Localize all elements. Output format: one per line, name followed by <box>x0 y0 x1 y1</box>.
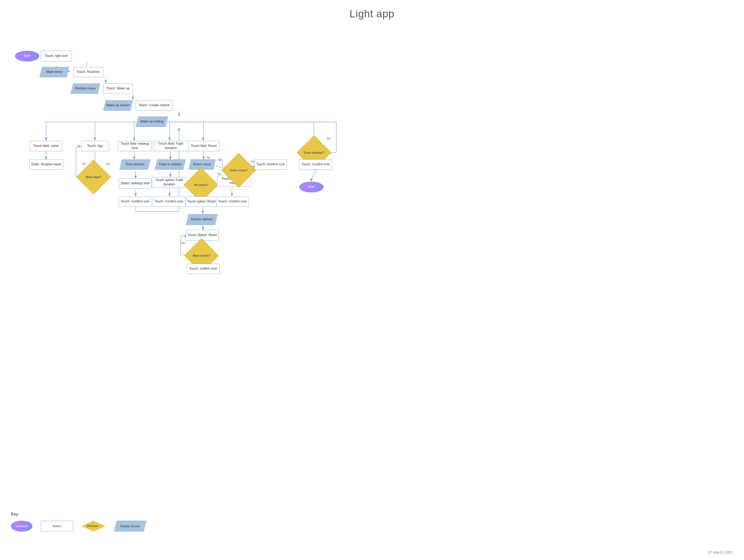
end-label: End <box>308 185 314 189</box>
all-rooms-label: All rooms? <box>193 182 209 188</box>
start-node: Start <box>15 51 39 62</box>
done-settings-label: Done settings? <box>303 150 325 156</box>
svg-text:Yes: Yes <box>181 241 185 244</box>
room-menu-label: Room menu <box>193 162 211 167</box>
touch-routines-node: Touch: Routines <box>73 67 103 77</box>
touch-day-label: Touch: day <box>87 144 103 148</box>
key-action: Action <box>41 521 73 531</box>
touch-confirm-all-rooms-node: Touch: Confirm icon <box>216 197 249 207</box>
touch-field-name-node: Touch field: name <box>30 141 62 151</box>
time-selector-label: Time selector <box>125 162 145 167</box>
touch-light-icon-label: Touch: light icon <box>44 54 68 58</box>
touch-confirm-room-node: Touch: confirm icon <box>187 264 220 274</box>
touch-confirm-time-label: Touch: Confirm icon <box>121 200 149 204</box>
touch-create-routine-node: Touch: Create routine <box>136 100 172 111</box>
touch-confirm-settings-node: Touch: Confirm icon <box>299 159 332 170</box>
wake-up-setting-label: Wake up setting <box>140 120 163 124</box>
touch-field-fade-node: Touch field: Fade duration <box>153 141 188 151</box>
touch-option-room-label: Touch Option: Room <box>187 233 217 237</box>
key-decision-wrapper: Decision <box>81 519 106 533</box>
touch-confirm-room-label: Touch: confirm icon <box>189 267 217 271</box>
routine-menu-node: Routine menu <box>71 83 100 94</box>
touch-field-room-node: Touch field: Room <box>188 141 219 151</box>
end-node: End <box>299 182 324 193</box>
key-display-screen-label: Display Screen <box>120 524 140 528</box>
touch-routines-label: Touch: Routines <box>76 70 100 74</box>
touch-confirm-fade-node: Touch: Confirm icon <box>153 197 185 207</box>
touch-confirm-done-rooms-label: Touch: Confirm icon <box>256 162 285 167</box>
touch-field-wakeup-label: Touch field: wakeup time <box>118 142 152 150</box>
svg-text:Yes: Yes <box>82 162 86 165</box>
svg-text:No: No <box>207 156 210 159</box>
select-wakeup-time-node: Select: wakeup time <box>119 178 151 189</box>
key-title: Key <box>11 512 146 517</box>
routine-menu-label: Routine menu <box>75 86 96 91</box>
touch-field-fade-label: Touch field: Fade duration <box>153 142 188 150</box>
key-action-label: Action <box>53 524 61 528</box>
wake-up-screen-label: Wake up screen <box>106 103 129 108</box>
more-days-label: More days? <box>85 174 102 180</box>
fade-in-options-node: Fade in options <box>155 159 186 170</box>
key-display-screen: Display Screen <box>114 521 146 531</box>
touch-field-wakeup-node: Touch field: wakeup time <box>118 141 152 151</box>
enter-routine-name-node: Enter: Routine name <box>29 159 63 170</box>
touch-option-fade-label: Touch option: Fade duration <box>152 178 186 187</box>
touch-field-name-label: Touch field: name <box>33 144 59 148</box>
main-menu-node: Main menu <box>39 67 69 77</box>
date-label: 27 March 2021 <box>708 550 733 555</box>
svg-line-60 <box>310 171 315 182</box>
svg-text:No: No <box>327 137 330 140</box>
select-wakeup-time-label: Select: wakeup time <box>120 181 149 186</box>
touch-confirm-time-node: Touch: Confirm icon <box>119 197 151 207</box>
svg-text:No: No <box>106 162 110 165</box>
rooms-options-label: Rooms options <box>191 217 213 222</box>
more-rooms-label: More rooms? <box>192 253 212 258</box>
touch-confirm-settings-label: Touch: Confirm icon <box>301 162 330 167</box>
touch-option-rooms-node: Touch option: Rooms <box>186 197 219 207</box>
key-decision-label: Decision <box>87 524 98 527</box>
more-days-node: More days? <box>76 160 111 194</box>
time-selector-node: Time selector <box>119 159 151 170</box>
done-rooms-label: Done rooms? <box>229 167 249 173</box>
touch-field-room-label: Touch field: Room <box>191 144 217 148</box>
key-section: Key start/end Action Decision Display Sc… <box>11 512 146 533</box>
touch-day-node: Touch: day <box>81 141 109 151</box>
touch-light-icon-node: Touch: light icon <box>41 51 72 62</box>
touch-confirm-all-rooms-label: Touch: Confirm icon <box>218 200 247 204</box>
wake-up-setting-node: Wake up setting <box>136 117 168 127</box>
start-label: Start <box>24 54 30 58</box>
main-menu-label: Main menu <box>46 70 62 74</box>
key-start-end: start/end <box>11 521 33 531</box>
room-menu-node: Room menu <box>188 159 216 170</box>
svg-text:Yes: Yes <box>217 172 221 175</box>
enter-routine-name-label: Enter: Routine name <box>31 162 61 167</box>
page-title: Light app <box>0 0 744 20</box>
touch-confirm-done-rooms-node: Touch: Confirm icon <box>254 159 287 170</box>
key-start-end-label: start/end <box>16 524 28 528</box>
touch-create-routine-label: Touch: Create routine <box>138 103 170 108</box>
touch-wake-up-node: Touch: Wake up <box>103 83 133 94</box>
touch-confirm-fade-label: Touch: Confirm icon <box>155 200 183 204</box>
wake-up-screen-node: Wake up screen <box>103 100 133 111</box>
rooms-options-node: Rooms options <box>186 214 218 225</box>
fade-in-options-label: Fade in options <box>159 162 181 167</box>
touch-option-fade-node: Touch option: Fade duration <box>152 177 187 188</box>
touch-option-rooms-label: Touch option: Rooms <box>187 200 218 204</box>
touch-wake-up-label: Touch: Wake up <box>106 86 129 91</box>
